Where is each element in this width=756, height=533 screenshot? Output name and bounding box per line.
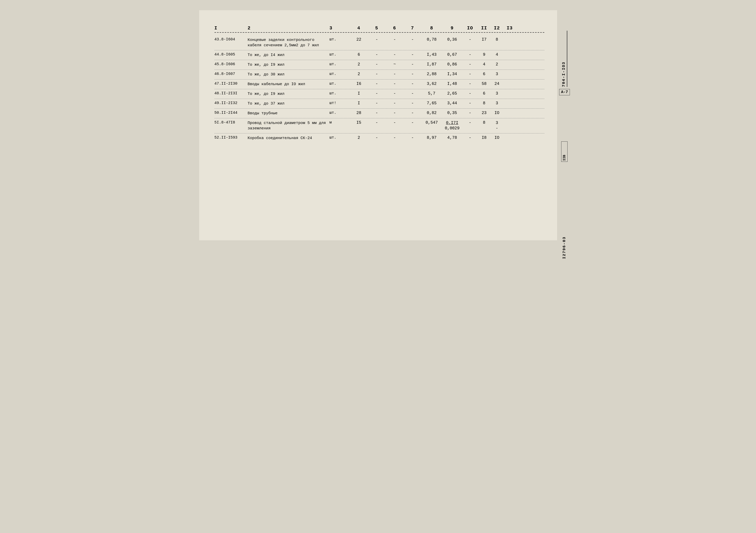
table-row: 45.8-I606 То же, до I9 жил шт. 2 - ~ - I…: [214, 60, 544, 70]
cell-col9: I,48: [442, 82, 463, 86]
cell-qty: 2: [350, 136, 368, 140]
cell-col12: 3 -: [491, 120, 503, 131]
cell-col9: 0,86: [442, 62, 463, 67]
header-col9: 9: [442, 26, 463, 31]
cell-col8: 2,88: [421, 72, 442, 76]
cell-id: 5I.8-47I8: [214, 120, 248, 125]
cell-col10: -: [463, 72, 478, 76]
cell-col9: 3,44: [442, 101, 463, 106]
cell-col11: I7: [478, 37, 491, 42]
cell-col9: I,34: [442, 72, 463, 76]
table-row: 52.II-I593 Коробка соединительная СК-24 …: [214, 133, 544, 143]
cell-description: Вводы кабельные до IO жил: [248, 82, 330, 87]
cell-col6: -: [386, 111, 404, 115]
table-row: 46.8-I607 То же, до 30 жил шт. 2 - - - 2…: [214, 70, 544, 79]
cell-col6: -: [386, 37, 404, 42]
cell-qty: I: [350, 91, 368, 96]
cell-qty: I6: [350, 82, 368, 86]
cell-unit: шт.: [330, 136, 350, 140]
cell-description: То же, до I9 жил: [248, 62, 330, 67]
cell-unit: м: [330, 120, 350, 125]
cell-col10: -: [463, 101, 478, 106]
cell-col9: 4,78: [442, 136, 463, 140]
cell-col11: 6: [478, 72, 491, 76]
cell-description: То же, до 37 жил: [248, 101, 330, 106]
header-col2: 2: [248, 26, 330, 31]
table-header: I 2 3 4 5 6 7 8 9 IO II: [214, 26, 544, 33]
cell-col11: 58: [478, 82, 491, 86]
cell-qty: 28: [350, 111, 368, 115]
header-col8: 8: [421, 26, 442, 31]
cell-col5: -: [368, 120, 386, 125]
cell-qty: 2: [350, 72, 368, 76]
header-col11: II: [478, 26, 491, 31]
cell-unit: шт.: [330, 72, 350, 76]
cell-col12: 3: [491, 72, 503, 76]
cell-col11: I8: [478, 136, 491, 140]
header-col5: 5: [368, 26, 386, 31]
cell-col6: ~: [386, 62, 404, 67]
cell-col10: -: [463, 120, 478, 125]
header-col1: I: [214, 26, 248, 31]
cell-col6: -: [386, 120, 404, 125]
cell-qty: 22: [350, 37, 368, 42]
main-page: I 2 3 4 5 6 7 8 9 IO II: [199, 10, 557, 240]
cell-col12: IO: [491, 136, 503, 140]
cell-col5: -: [368, 82, 386, 86]
cell-col12: 4: [491, 52, 503, 57]
cell-col8: 0,547: [421, 120, 442, 125]
cell-col10: -: [463, 136, 478, 140]
header-col6: 6: [386, 26, 404, 31]
cell-col5: -: [368, 111, 386, 115]
cell-col11: 9: [478, 52, 491, 57]
header-col10: IO: [463, 26, 478, 31]
cell-col7: -: [404, 111, 421, 115]
cell-col7: -: [404, 72, 421, 76]
cell-col5: -: [368, 136, 386, 140]
cell-col11: 23: [478, 111, 491, 115]
cell-unit: шт.: [330, 91, 350, 95]
cell-col11: 4: [478, 62, 491, 67]
right-label-iib: IIB: [561, 141, 568, 162]
cell-col10: -: [463, 111, 478, 115]
cell-id: 52.II-I593: [214, 136, 248, 140]
cell-col5: -: [368, 72, 386, 76]
cell-col12: 3: [491, 101, 503, 106]
cell-col10: -: [463, 37, 478, 42]
cell-id: 50.II-2I44: [214, 111, 248, 115]
header-col13: I3: [503, 26, 516, 31]
cell-col8: 3,62: [421, 82, 442, 86]
cell-col12: IO: [491, 111, 503, 115]
cell-description: Вводы трубные: [248, 111, 330, 116]
table-row: 43.8-I604 Концевые заделки контрольного …: [214, 35, 544, 50]
cell-col8: I,87: [421, 62, 442, 67]
cell-col8: 0,78: [421, 37, 442, 42]
cell-col8: 7,65: [421, 101, 442, 106]
cell-col5: -: [368, 101, 386, 106]
cell-col12: 3: [491, 91, 503, 96]
cell-col7: -: [404, 62, 421, 67]
cell-col7: -: [404, 82, 421, 86]
cell-col11: 8: [478, 120, 491, 125]
cell-description: Провод стальной диаметром 5 мм для зазем…: [248, 120, 330, 131]
right-label-top: 704-I-IO3: [562, 31, 567, 87]
right-label-a7: А-7: [559, 89, 570, 95]
cell-col7: -: [404, 91, 421, 96]
cell-col7: -: [404, 101, 421, 106]
cell-col7: -: [404, 136, 421, 140]
cell-col11: 8: [478, 101, 491, 106]
cell-col6: -: [386, 72, 404, 76]
cell-col10: -: [463, 52, 478, 57]
cell-id: 48.II-2I3I: [214, 91, 248, 95]
cell-col12: 2: [491, 62, 503, 67]
cell-id: 44.8-I605: [214, 52, 248, 57]
header-col3: 3: [330, 26, 350, 31]
cell-col10: -: [463, 82, 478, 86]
cell-col6: -: [386, 101, 404, 106]
cell-col8: 0,82: [421, 111, 442, 115]
cell-description: Коробка соединительная СК-24: [248, 136, 330, 141]
cell-col5: -: [368, 52, 386, 57]
header-col7: 7: [404, 26, 421, 31]
cell-col12: 8: [491, 37, 503, 42]
cell-col8: I,43: [421, 52, 442, 57]
